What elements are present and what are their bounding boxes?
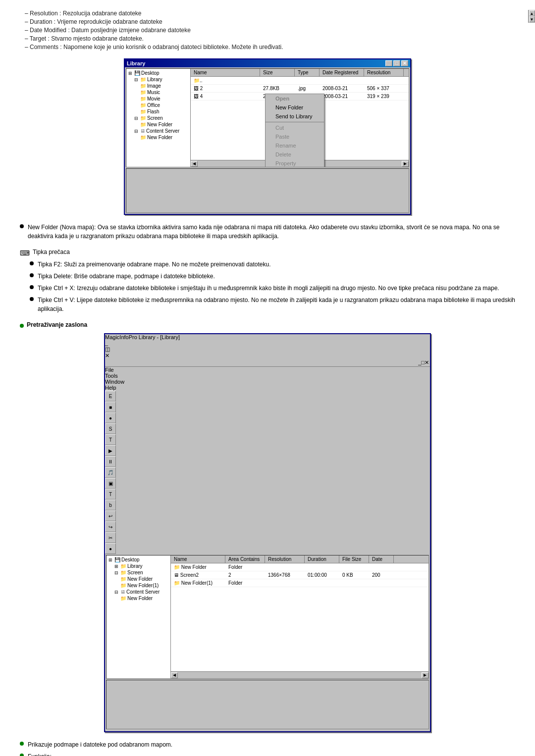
cell-type: .jpg (295, 85, 320, 92)
kbd-item-ctrl-v: Tipke Ctrl + V: Lijepe datoteke bibliote… (30, 296, 515, 313)
tree-item-library[interactable]: ⊟ 📁 Library (133, 76, 189, 83)
dialog1-titlebar: Library _ □ ✕ (125, 59, 410, 67)
col-resolution[interactable]: Resolution (364, 69, 404, 76)
tool-btn-new[interactable]: ■ (105, 402, 116, 412)
dialog1-close-button[interactable]: ✕ (401, 60, 408, 66)
screen-section-label: Pretraživanje zaslona (27, 321, 87, 328)
sub-btn2[interactable]: □ (421, 359, 425, 366)
list-row-2[interactable]: 🖼 2 27.8KB .jpg 2008-03-21 506 × 337 (191, 85, 409, 93)
col2-resolution[interactable]: Resolution (265, 555, 305, 563)
scroll2-right-button[interactable]: ▶ (422, 672, 428, 678)
tool-btn-pause[interactable]: ⏸ (105, 456, 116, 467)
expand-icon: ⊞ (114, 564, 119, 569)
tool-btn-undo[interactable]: ↩ (105, 510, 116, 521)
tree-label-desktop: Desktop (141, 70, 160, 76)
cell2-duration: 01:00:00 (305, 572, 339, 578)
tool-btn-grid[interactable]: ▣ (105, 478, 116, 489)
tree-item-screen[interactable]: ⊟ 📁 Screen (133, 115, 189, 121)
tree-item-office[interactable]: 📁 Office (139, 102, 189, 108)
dialog2-bottom-panel (106, 680, 429, 729)
dialog2-menubar: File Tools Window Help (105, 367, 430, 391)
tree2-library[interactable]: ⊞ 📁 Library (113, 563, 169, 569)
context-paste[interactable]: Paste (266, 132, 324, 141)
scroll-right-button[interactable]: ▶ (402, 161, 409, 167)
cell2-name: 📁 New Folder(1) (171, 580, 225, 586)
tree-item-image[interactable]: 📁 Image (139, 83, 189, 89)
folder-icon: 📁 (140, 77, 146, 82)
v-scrollbar2[interactable] (105, 730, 430, 731)
cell2-date: 200 (369, 572, 394, 578)
list2-row-screen2[interactable]: 🖥 Screen2 2 1366×768 01:00:00 0 KB 200 (171, 571, 428, 579)
list2-row-new-folder1[interactable]: 📁 New Folder(1) Folder (171, 579, 428, 587)
col2-date[interactable]: Date (369, 555, 394, 563)
tree-item-new-folder-server[interactable]: 📁 New Folder (139, 134, 189, 141)
context-rename[interactable]: Rename (266, 141, 324, 150)
tool-btn-cut[interactable]: ✂ (105, 532, 116, 543)
tool-btn-e[interactable]: E (105, 391, 116, 402)
context-open[interactable]: Open (266, 94, 324, 103)
menu-window[interactable]: Window (105, 379, 430, 385)
tool-btn-music[interactable]: 🎵 (105, 467, 116, 478)
col-type[interactable]: Type (295, 69, 320, 76)
menu-help[interactable]: Help (105, 385, 430, 391)
folder-icon: 📁 (140, 135, 146, 140)
context-new-folder[interactable]: New Folder (266, 103, 324, 112)
v-scrollbar[interactable]: ▲ ▼ (528, 10, 535, 23)
col2-duration[interactable]: Duration (305, 555, 339, 563)
cell2-duration (305, 567, 339, 568)
tree-item-flash[interactable]: 📁 Flash (139, 108, 189, 115)
dialog1-tree-panel: ⊞ 💾 Desktop ⊟ 📁 Library 📁 Image (126, 69, 191, 167)
scroll-up-button[interactable]: ▲ (529, 10, 535, 16)
new-folder-text: New Folder (Nova mapa): Ova se stavka iz… (28, 223, 515, 241)
tree-item-music[interactable]: 📁 Music (139, 89, 189, 96)
col2-name[interactable]: Name (171, 555, 225, 563)
intro-list: – Resolution : Rezolucija odabrane datot… (20, 10, 515, 50)
tree2-screen[interactable]: ⊟ 📁 Screen (113, 569, 169, 576)
tree2-new-folder1[interactable]: 📁 New Folder(1) (119, 582, 169, 589)
col2-area[interactable]: Area Contains (225, 555, 265, 563)
cell-name: 📁.. (191, 77, 260, 84)
dialog2-titlebar-buttons: _ ◫ ✕ (105, 340, 430, 359)
tree2-new-folder[interactable]: 📁 New Folder (119, 576, 169, 582)
tool-btn-t[interactable]: T (105, 434, 116, 445)
dialog2-close-button[interactable]: ✕ (105, 353, 430, 359)
context-cut[interactable]: Cut (266, 123, 324, 132)
scroll-down-button[interactable]: ▼ (529, 16, 535, 22)
scroll2-left-button[interactable]: ◀ (171, 672, 178, 678)
tool-btn-text[interactable]: T (105, 489, 116, 500)
scroll-left-button[interactable]: ◀ (191, 161, 198, 167)
col2-size[interactable]: File Size (339, 555, 369, 563)
green-dot (20, 742, 24, 746)
dialog2-minimize-button[interactable]: _ (105, 340, 430, 346)
tool-btn-redo[interactable]: ↪ (105, 521, 116, 532)
tree-item-desktop[interactable]: ⊞ 💾 Desktop (127, 70, 189, 76)
tree2-content-server[interactable]: ⊟ 🖥 Content Server (113, 589, 169, 595)
tool-btn-open[interactable]: ● (105, 412, 116, 423)
tool-btn-b[interactable]: b (105, 500, 116, 510)
list2-row-new-folder[interactable]: 📁 New Folder Folder (171, 563, 428, 571)
context-delete[interactable]: Delete (266, 150, 324, 159)
tree2-new-folder-server[interactable]: 📁 New Folder (119, 595, 169, 602)
tree-item-new-folder-screen[interactable]: 📁 New Folder (139, 121, 189, 128)
col-date[interactable]: Date Registered (320, 69, 364, 76)
tree-item-movie[interactable]: 📁 Movie (139, 96, 189, 102)
sub-btn3[interactable]: ✕ (425, 359, 429, 366)
tool-btn-record[interactable]: ● (105, 543, 116, 554)
tool-btn-play[interactable]: ▶ (105, 445, 116, 456)
context-property[interactable]: Property (266, 159, 324, 167)
context-send-to-library[interactable]: Send to Library (266, 112, 324, 121)
menu-tools[interactable]: Tools (105, 373, 430, 379)
col-name[interactable]: Name (191, 69, 260, 76)
tree2-desktop[interactable]: ⊞ 💾 Desktop (107, 556, 169, 563)
menu-file[interactable]: File (105, 367, 430, 373)
dialog1-minimize-button[interactable]: _ (385, 60, 392, 66)
dialog1-maximize-button[interactable]: □ (393, 60, 400, 66)
tool-btn-s[interactable]: S (105, 423, 116, 434)
h-scrollbar2[interactable]: ◀ ▶ (171, 671, 428, 678)
col-size[interactable]: Size (260, 69, 295, 76)
cell-name: 🖼 4 (191, 93, 260, 100)
tree-item-content-server[interactable]: ⊟ 🖥 Content Server (133, 128, 189, 134)
list-row-up[interactable]: 📁.. (191, 77, 409, 85)
cell2-size: 0 KB (339, 572, 369, 578)
dialog2-restore-button[interactable]: ◫ (105, 346, 430, 353)
